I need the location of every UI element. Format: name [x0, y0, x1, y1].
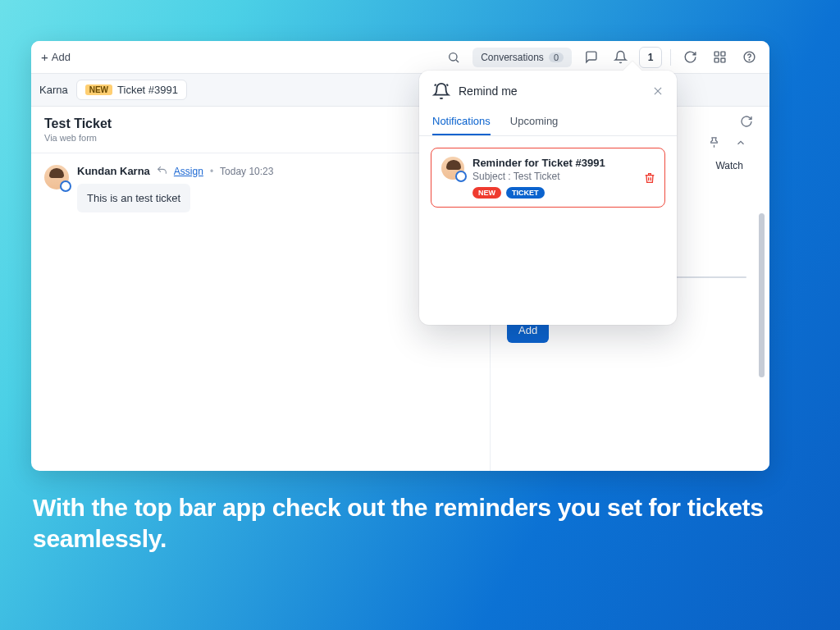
assign-link[interactable]: Assign	[174, 166, 203, 177]
reminder-title: Reminder for Ticket #3991	[472, 157, 655, 169]
message-bubble: This is an test ticket	[77, 184, 190, 212]
chat-icon[interactable]	[580, 47, 601, 68]
topbar: + Add Conversations 0 1	[31, 41, 769, 74]
tab-notifications[interactable]: Notifications	[432, 108, 491, 135]
add-label: Add	[52, 51, 71, 63]
conversations-pill[interactable]: Conversations 0	[472, 48, 572, 67]
thread-meta: Kundan Karna Assign • Today 10:23	[77, 165, 477, 177]
reminder-card[interactable]: Reminder for Ticket #3991 Subject : Test…	[431, 148, 665, 208]
conversations-count: 0	[549, 52, 564, 62]
topbar-right: Conversations 0 1	[443, 47, 760, 68]
svg-point-0	[450, 52, 457, 60]
scrollbar-track[interactable]	[759, 156, 765, 422]
plus-icon: +	[41, 51, 48, 63]
svg-rect-4	[714, 58, 719, 62]
reminder-count-button[interactable]: 1	[639, 47, 662, 68]
separator	[670, 49, 671, 66]
ticket-title: Test Ticket	[44, 116, 112, 131]
help-icon[interactable]	[738, 47, 760, 68]
add-button[interactable]: + Add	[41, 51, 71, 63]
author-name: Kundan Karna	[77, 165, 150, 177]
search-icon[interactable]	[443, 47, 464, 68]
popover-title: Remind me	[459, 84, 644, 98]
reminder-subject: Subject : Test Ticket	[472, 171, 655, 182]
meta-separator: •	[210, 166, 213, 177]
avatar	[44, 165, 69, 189]
remind-me-popover: Remind me Notifications Upcoming Reminde…	[419, 71, 677, 325]
svg-rect-5	[720, 58, 724, 62]
svg-line-1	[456, 60, 459, 62]
apps-grid-icon[interactable]	[709, 47, 730, 68]
badge-new: NEW	[472, 187, 501, 199]
close-icon[interactable]	[652, 85, 664, 97]
svg-point-7	[749, 60, 750, 61]
new-badge: NEW	[85, 84, 112, 95]
timestamp: Today 10:23	[220, 166, 273, 177]
reply-icon[interactable]	[157, 166, 167, 176]
svg-rect-2	[714, 52, 719, 56]
refresh-icon[interactable]	[679, 47, 701, 68]
trash-icon[interactable]	[643, 171, 656, 185]
popover-bell-icon	[432, 82, 450, 100]
panel-refresh-icon[interactable]	[740, 115, 753, 128]
breadcrumb-ticket-label: Ticket #3991	[117, 84, 178, 96]
ticket-via: Via web form	[44, 133, 112, 143]
reminder-avatar	[441, 157, 464, 180]
pin-icon[interactable]	[708, 136, 720, 148]
watch-label: Watch	[715, 160, 743, 171]
breadcrumb-ticket-chip[interactable]: NEW Ticket #3991	[76, 80, 187, 100]
marketing-caption: With the top bar app check out the remin…	[33, 492, 807, 554]
conversations-label: Conversations	[481, 52, 544, 63]
scrollbar-thumb[interactable]	[759, 213, 765, 377]
reminder-count: 1	[648, 52, 654, 63]
badge-ticket: TICKET	[506, 187, 545, 199]
svg-rect-3	[720, 52, 724, 56]
tab-upcoming[interactable]: Upcoming	[510, 108, 559, 135]
popover-tabs: Notifications Upcoming	[419, 108, 677, 136]
chevron-up-icon[interactable]	[735, 137, 746, 148]
breadcrumb-user[interactable]: Karna	[31, 84, 76, 96]
